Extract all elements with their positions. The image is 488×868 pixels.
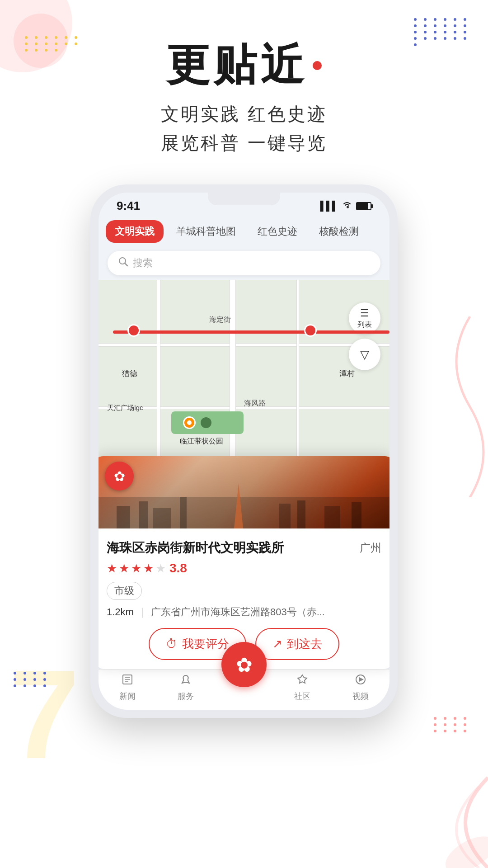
card-stars: ★ ★ ★ ★ ★ bbox=[107, 561, 166, 576]
map-metro-line-red bbox=[113, 330, 389, 334]
phone-notch bbox=[208, 193, 280, 205]
map-label-liede: 猎德 bbox=[122, 368, 137, 379]
status-time: 9:41 bbox=[117, 199, 140, 213]
card-level-text: 市级 bbox=[107, 582, 142, 600]
star-2: ★ bbox=[119, 561, 129, 576]
map-label-park: 临江带状公园 bbox=[180, 437, 223, 446]
subtitle: 文明实践 红色史迹 展览科普 一键导览 bbox=[161, 99, 327, 157]
decor-pink-curve bbox=[352, 732, 488, 868]
search-icon bbox=[118, 257, 128, 269]
map-label-tancun: 潭村 bbox=[339, 368, 355, 379]
svg-marker-18 bbox=[359, 677, 364, 682]
map-label-haidingstreet: 海定街 bbox=[209, 315, 231, 325]
nav-item-news[interactable]: 新闻 bbox=[105, 673, 150, 702]
card-title: 海珠区赤岗街新时代文明实践所 bbox=[107, 539, 284, 557]
navigate-label: 到这去 bbox=[287, 636, 322, 652]
nav-item-service[interactable]: 服务 bbox=[163, 673, 208, 702]
headline: 更贴近 bbox=[166, 36, 322, 95]
community-label: 社区 bbox=[294, 691, 310, 702]
svg-rect-9 bbox=[279, 504, 291, 528]
svg-line-2 bbox=[125, 263, 127, 266]
rate-label: 我要评分 bbox=[182, 636, 229, 652]
service-icon bbox=[179, 673, 192, 689]
nav-toggle-icon: ▽ bbox=[360, 348, 369, 362]
tab-hongse[interactable]: 红色史迹 bbox=[249, 220, 306, 243]
card-logo-circle: ✿ bbox=[105, 462, 134, 491]
card-divider: ｜ bbox=[137, 605, 147, 619]
service-label: 服务 bbox=[178, 691, 194, 702]
map-park bbox=[171, 411, 244, 434]
card-image: ✿ bbox=[99, 456, 389, 528]
decor-dots-bottom-right bbox=[434, 717, 470, 732]
map-label-tianhui: 天汇广场igc bbox=[107, 404, 143, 412]
card-level-badge: 市级 bbox=[107, 582, 381, 605]
news-icon bbox=[121, 673, 134, 689]
map-list-button[interactable]: ☰ 列表 bbox=[349, 302, 380, 334]
video-icon bbox=[354, 673, 367, 689]
card-rating-row: ★ ★ ★ ★ ★ 3.8 bbox=[107, 561, 381, 576]
star-5: ★ bbox=[155, 561, 166, 576]
map-station-2 bbox=[304, 324, 317, 337]
navigate-icon: ↗ bbox=[272, 637, 282, 651]
phone-screen: 9:41 ▌▌▌ 文明实践 羊城科普地图 红色史迹 bbox=[99, 193, 389, 710]
news-label: 新闻 bbox=[119, 691, 136, 702]
card-distance: 1.2km bbox=[107, 606, 134, 618]
tab-yangcheng[interactable]: 羊城科普地图 bbox=[167, 220, 245, 243]
svg-rect-10 bbox=[297, 500, 305, 528]
battery-icon bbox=[356, 202, 371, 210]
signal-bars-icon: ▌▌▌ bbox=[320, 201, 338, 211]
search-placeholder: 搜索 bbox=[133, 256, 153, 270]
card-title-row: 海珠区赤岗街新时代文明实践所 广州 bbox=[107, 539, 381, 557]
rate-icon: ⏱ bbox=[166, 637, 178, 651]
phone-mockup: 9:41 ▌▌▌ 文明实践 羊城科普地图 红色史迹 bbox=[90, 184, 398, 718]
star-4: ★ bbox=[143, 561, 154, 576]
svg-rect-5 bbox=[139, 501, 148, 528]
card-address: 1.2km ｜ 广东省广州市海珠区艺洲路803号（赤... bbox=[107, 605, 381, 619]
star-1: ★ bbox=[107, 561, 117, 576]
card-city: 广州 bbox=[360, 541, 381, 555]
nav-item-community[interactable]: 社区 bbox=[280, 673, 325, 702]
card-logo-icon: ✿ bbox=[114, 468, 125, 484]
svg-rect-7 bbox=[180, 497, 187, 528]
svg-rect-4 bbox=[117, 506, 130, 528]
svg-rect-12 bbox=[352, 502, 361, 528]
card-address-text: 广东省广州市海珠区艺洲路803号（赤... bbox=[151, 605, 325, 619]
navigate-button[interactable]: ↗ 到这去 bbox=[255, 628, 339, 660]
star-3: ★ bbox=[131, 561, 141, 576]
headline-dot bbox=[313, 61, 322, 70]
list-icon: ☰ bbox=[360, 307, 369, 319]
svg-rect-11 bbox=[324, 506, 340, 528]
svg-point-0 bbox=[440, 829, 488, 868]
svg-rect-6 bbox=[153, 508, 171, 528]
tab-wenming[interactable]: 文明实践 bbox=[106, 220, 164, 243]
phone-mockup-wrapper: 9:41 ▌▌▌ 文明实践 羊城科普地图 红色史迹 bbox=[90, 184, 398, 718]
map-location-marker bbox=[183, 416, 196, 429]
tab-bar[interactable]: 文明实践 羊城科普地图 红色史迹 核酸检测 bbox=[99, 217, 389, 246]
nav-item-video[interactable]: 视频 bbox=[338, 673, 383, 702]
map-label-haifengroad: 海风路 bbox=[244, 399, 266, 408]
video-label: 视频 bbox=[352, 691, 369, 702]
float-btn-icon: ✿ bbox=[236, 653, 253, 676]
card-rating-number: 3.8 bbox=[169, 561, 187, 576]
skyline-svg bbox=[99, 483, 389, 528]
main-content: 更贴近 文明实践 红色史迹 展览科普 一键导览 9:41 ▌▌▌ bbox=[0, 0, 488, 718]
headline-text: 更贴近 bbox=[166, 36, 307, 95]
location-detail-card[interactable]: ✿ 海珠区赤岗街新时代文明实践所 广州 ★ ★ bbox=[99, 456, 389, 669]
tab-hejian[interactable]: 核酸检测 bbox=[310, 220, 368, 243]
community-icon bbox=[296, 673, 309, 689]
search-bar[interactable]: 搜索 bbox=[108, 251, 380, 275]
center-float-button[interactable]: ✿ bbox=[221, 642, 267, 687]
wifi-icon bbox=[342, 201, 352, 211]
map-road-main-h1 bbox=[99, 343, 389, 347]
status-icons: ▌▌▌ bbox=[320, 201, 371, 211]
map-nav-toggle-button[interactable]: ▽ bbox=[349, 339, 380, 370]
